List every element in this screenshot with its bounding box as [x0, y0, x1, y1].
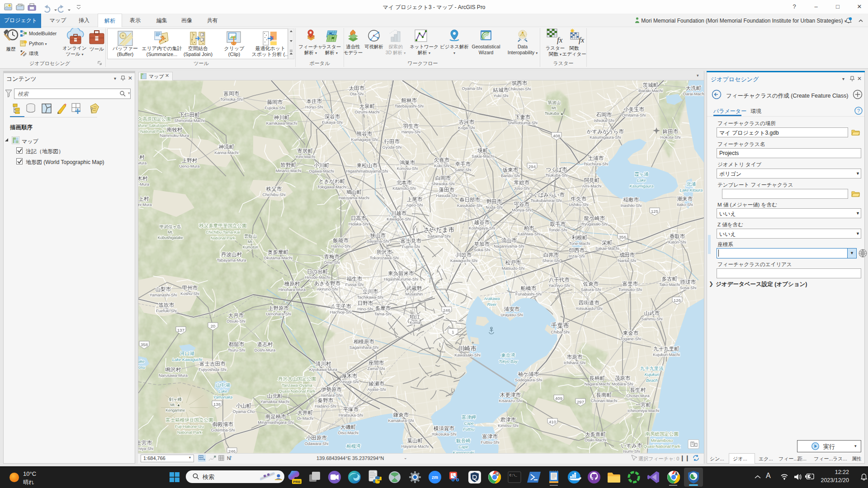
svg-text:Fuefuki-Shi: Fuefuki-Shi [156, 309, 177, 313]
svg-text:Tatebayashi-Shi: Tatebayashi-Shi [395, 104, 424, 108]
svg-text:Yotsukaido-Shi: Yotsukaido-Shi [576, 306, 603, 311]
svg-text:Yamanaka: Yamanaka [213, 395, 232, 399]
svg-text:Fuji-Hakone-Izu: Fuji-Hakone-Izu [175, 424, 204, 429]
svg-text:笛吹市: 笛吹市 [159, 302, 175, 308]
svg-text:246: 246 [228, 449, 236, 453]
svg-text:Kimitsu-Shi: Kimitsu-Shi [498, 423, 519, 428]
svg-text:木更津市: 木更津市 [500, 392, 521, 398]
svg-text:飯能市: 飯能市 [333, 238, 349, 243]
svg-text:阿見町: 阿見町 [584, 178, 600, 183]
svg-text:Ichihara-Shi: Ichihara-Shi [564, 361, 585, 365]
svg-text:Minano-Machi: Minano-Machi [276, 169, 302, 173]
svg-text:甲武信ヶ岳: 甲武信ヶ岳 [160, 224, 181, 229]
svg-text:otosu: otosu [138, 365, 145, 370]
svg-text:青梅市: 青梅市 [324, 254, 340, 259]
svg-text:Shimotsuma-Shi: Shimotsuma-Shi [508, 121, 538, 125]
svg-text:Narita-Shi: Narita-Shi [618, 258, 636, 263]
svg-text:N: N [227, 455, 231, 461]
svg-text:Chikusei-Shi: Chikusei-Shi [508, 87, 531, 91]
svg-text:Odawara-Shi: Odawara-Shi [305, 441, 329, 446]
svg-text:Kitamoto-Shi: Kitamoto-Shi [392, 186, 416, 191]
svg-text:Oiso-Machi: Oiso-Machi [338, 431, 359, 435]
svg-text:Tsukuba ▲: Tsukuba ▲ [545, 111, 564, 116]
svg-text:立川市: 立川市 [363, 289, 378, 294]
svg-text:Satte-Shi: Satte-Shi [454, 168, 471, 172]
svg-text:君津市: 君津市 [500, 417, 516, 422]
svg-text:126: 126 [674, 298, 681, 303]
svg-text:久喜市: 久喜市 [434, 157, 450, 163]
svg-text:Akiruno-Shi: Akiruno-Shi [317, 287, 338, 291]
svg-text:南足柄市: 南足柄市 [265, 414, 287, 419]
svg-text:八千代市: 八千代市 [549, 277, 570, 282]
svg-text:omiya-Shi: omiya-Shi [138, 446, 153, 451]
svg-text:Koma: Koma [410, 320, 420, 325]
svg-text:つくば市: つくば市 [546, 167, 567, 172]
svg-text:檜原村: 檜原村 [284, 281, 300, 286]
svg-text:Kasukabe-Shi: Kasukabe-Shi [457, 203, 482, 208]
svg-text:Yamakita-Machi: Yamakita-Machi [260, 399, 289, 404]
svg-text:Kawaguchi-Shi: Kawaguchi-Shi [450, 258, 477, 263]
svg-text:Fussa-Shi: Fussa-Shi [345, 282, 364, 287]
svg-text:富士見市: 富士見市 [401, 238, 422, 244]
svg-text:大多喜町: 大多喜町 [585, 432, 606, 437]
svg-text:下仁田町: 下仁田町 [179, 112, 200, 117]
svg-text:Higashimatsuyama-Shi: Higashimatsuyama-Shi [346, 169, 388, 174]
svg-text:Fukaya-Shi: Fukaya-Shi [322, 120, 343, 125]
svg-text:丹沢大山国定公園: 丹沢大山国定公園 [278, 376, 316, 381]
svg-text:神流町: 神流町 [219, 144, 235, 150]
svg-text:村: 村 [139, 155, 145, 160]
svg-text:古河市: 古河市 [459, 119, 475, 125]
svg-text:Tachikawa-Shi: Tachikawa-Shi [357, 295, 383, 300]
svg-text:137: 137 [177, 328, 184, 333]
svg-text:成田市: 成田市 [619, 252, 635, 258]
svg-text:富岡市: 富岡市 [224, 91, 240, 96]
svg-text:Gyoda-Shi: Gyoda-Shi [382, 145, 402, 150]
svg-text:Lake: Lake [637, 178, 646, 183]
svg-text:Tsukuba-Shi: Tsukuba-Shi [545, 173, 568, 178]
svg-text:清川村: 清川村 [316, 361, 331, 366]
svg-text:Yachiyo-Shi: Yachiyo-Shi [548, 283, 570, 288]
svg-text:皆野町: 皆野町 [281, 162, 297, 168]
svg-text:一宮町: 一宮町 [636, 402, 651, 408]
svg-text:甲州市: 甲州市 [182, 285, 198, 291]
svg-text:Oyama-Cho: Oyama-Cho [233, 409, 255, 414]
svg-text:鳩山町: 鳩山町 [346, 189, 362, 195]
svg-text:多古町: 多古町 [662, 276, 678, 282]
svg-text:Hinohara-Mura: Hinohara-Mura [278, 287, 306, 292]
svg-text:下妻市: 下妻市 [515, 114, 531, 120]
svg-text:Mt. ▲: Mt. ▲ [170, 403, 181, 407]
svg-text:いすみ市: いすみ市 [621, 443, 642, 449]
svg-text:Narusawa-Mura: Narusawa-Mura [159, 373, 188, 378]
svg-text:Ogawa-Machi: Ogawa-Machi [309, 169, 334, 174]
svg-text:Ome-Shi: Ome-Shi [324, 260, 340, 265]
svg-text:富士箱根伊豆国立公園: 富士箱根伊豆国立公園 [166, 417, 213, 422]
svg-text:Hatoyama-Machi: Hatoyama-Machi [339, 196, 369, 200]
svg-text:Shimonita-Machi: Shimonita-Machi [174, 118, 204, 123]
svg-text:利根町: 利根町 [572, 235, 588, 240]
svg-text:石岡市: 石岡市 [596, 112, 612, 117]
svg-text:潮来市: 潮来市 [677, 196, 693, 202]
svg-text:Doshi-Mura: Doshi-Mura [255, 348, 276, 352]
svg-text:熊谷市: 熊谷市 [357, 131, 373, 136]
svg-text:Kannonzaki: Kannonzaki [453, 450, 474, 453]
svg-text:雲取山: 雲取山 [244, 234, 257, 239]
svg-text:Gotemba-Shi: Gotemba-Shi [211, 428, 235, 432]
svg-text:138: 138 [213, 402, 221, 407]
svg-text:ときがわ町: ときがわ町 [319, 178, 345, 184]
svg-text:Joso-Shi: Joso-Shi [514, 186, 529, 191]
svg-text:Sosa-Shi: Sosa-Shi [680, 286, 697, 290]
svg-text:Honjo-Shi: Honjo-Shi [305, 105, 323, 109]
svg-text:Kujukuri-Machi: Kujukuri-Machi [653, 352, 680, 357]
svg-text:Tokorozawa-Shi: Tokorozawa-Shi [370, 256, 399, 260]
svg-text:Chichibu-Tama-Kai: Chichibu-Tama-Kai [206, 230, 240, 235]
svg-text:富里市: 富里市 [623, 281, 638, 286]
svg-text:Yokosuka-Shi: Yokosuka-Shi [432, 432, 457, 436]
svg-text:Hino-Shi: Hino-Shi [358, 307, 373, 311]
svg-text:四街道市: 四街道市 [579, 300, 600, 305]
svg-text:香取市: 香取市 [670, 234, 685, 239]
svg-text:Fujimi-Shi: Fujimi-Shi [402, 244, 420, 249]
svg-text:Ishioka-Shi: Ishioka-Shi [594, 118, 614, 123]
svg-text:茨城町: 茨城町 [643, 82, 659, 88]
svg-text:Ageo-Shi: Ageo-Shi [406, 203, 423, 207]
svg-text:Hadano-Shi: Hadano-Shi [315, 404, 336, 408]
